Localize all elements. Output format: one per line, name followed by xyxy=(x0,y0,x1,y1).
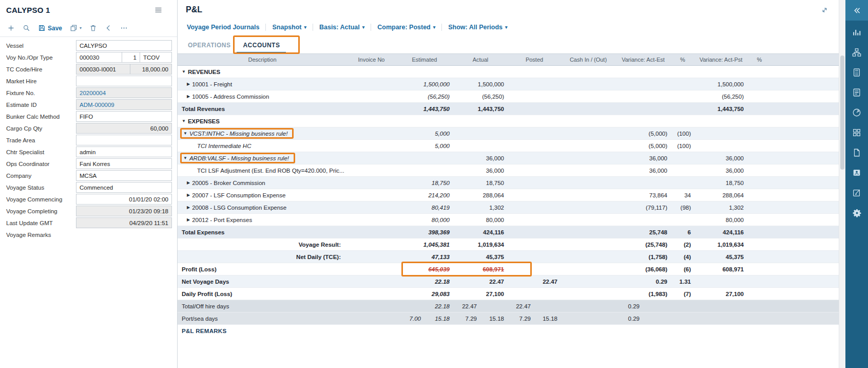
field-input[interactable]: 000030-I0001 xyxy=(76,64,130,75)
field-input[interactable]: 04/29/20 11:51 xyxy=(76,217,172,228)
new-button[interactable] xyxy=(4,23,18,33)
cell-var_est xyxy=(615,115,671,127)
column-header[interactable]: % xyxy=(671,54,695,65)
collapse-arrow-icon[interactable]: ▼ xyxy=(183,131,187,136)
column-header[interactable]: Variance: Act-Pst xyxy=(695,54,747,65)
field-input[interactable]: 60,000 xyxy=(76,123,172,134)
sidebar-grid-button[interactable] xyxy=(845,125,868,140)
save-button[interactable]: Save xyxy=(35,23,65,33)
table-row[interactable]: ▼VCST:INTHC - Missing business rule!5,00… xyxy=(178,127,839,140)
table-row[interactable]: Daily Profit (Loss)29,08327,100(1,983)(7… xyxy=(178,288,839,300)
field-input[interactable]: 01/23/20 09:18 xyxy=(76,206,172,216)
expand-arrow-icon[interactable]: ▶ xyxy=(187,180,190,185)
basis-dropdown[interactable]: Basis: Actual▾ xyxy=(313,24,371,31)
table-row[interactable]: ▼EXPENSES xyxy=(178,115,839,127)
field-input[interactable]: ADM-000009 xyxy=(76,99,172,110)
cell-pct1 xyxy=(671,66,695,78)
column-header[interactable]: % xyxy=(747,54,771,65)
table-row[interactable]: ▶20008 - LSG Consumption Expense80,4191,… xyxy=(178,201,839,214)
table-row[interactable]: Net Daily (TCE):47,13345,375(1,758)(4)45… xyxy=(178,251,839,263)
cell-pct1 xyxy=(671,90,695,102)
table-row[interactable]: Port/sea days7.0015.187.2915.187.2915.18… xyxy=(178,312,839,325)
tab-operations[interactable]: OPERATIONS xyxy=(182,38,237,53)
back-button[interactable] xyxy=(102,23,115,33)
table-row[interactable]: ▶10005 - Address Commission(56,250)(56,2… xyxy=(178,90,839,103)
cell-value: 45,375 xyxy=(726,254,744,260)
table-row[interactable]: ▼ARDB:VALSF - Missing business rule!36,0… xyxy=(178,152,839,164)
sidebar-gauge-button[interactable] xyxy=(845,105,868,120)
table-row[interactable]: P&L REMARKS xyxy=(178,325,839,337)
collapse-arrow-icon[interactable]: ▼ xyxy=(182,119,186,123)
expand-arrow-icon[interactable]: ▶ xyxy=(187,193,190,197)
column-header[interactable]: Actual xyxy=(453,54,508,65)
sidebar-document-button[interactable] xyxy=(845,145,868,160)
table-row[interactable]: ▼REVENUES xyxy=(178,66,839,78)
collapse-arrow-icon[interactable]: ▼ xyxy=(182,69,186,74)
field-input[interactable] xyxy=(76,76,172,86)
table-row[interactable]: Net Voyage Days22.1822.4722.470.291.31 xyxy=(178,275,839,288)
field-input[interactable]: 1 xyxy=(122,52,140,63)
collapse-arrow-icon[interactable]: ▼ xyxy=(183,156,187,160)
field-input[interactable] xyxy=(76,135,172,145)
expand-arrow-icon[interactable]: ▶ xyxy=(187,217,190,222)
tab-accounts[interactable]: ACCOUNTS xyxy=(237,38,286,53)
expand-arrow-icon[interactable]: ▶ xyxy=(187,94,190,99)
vertical-scrollbar[interactable] xyxy=(839,0,845,368)
table-row[interactable]: Profit (Loss)645,039608,971(36,068)(6)60… xyxy=(178,263,839,275)
sidebar-compose-button[interactable] xyxy=(845,185,868,200)
table-row[interactable]: ▶10001 - Freight1,500,0001,500,0001,500,… xyxy=(178,78,839,90)
sidebar-calculator-button[interactable] xyxy=(845,65,868,80)
description-text: TCI Intermediate HC xyxy=(197,143,251,149)
field-input[interactable]: 01/01/20 02:00 xyxy=(76,194,172,205)
column-header[interactable]: Estimated xyxy=(396,54,453,65)
voyage-period-journals-button[interactable]: Voyage Period Journals xyxy=(181,24,265,31)
field-input[interactable]: CALYPSO xyxy=(76,40,172,51)
field-input[interactable] xyxy=(76,229,172,240)
more-button[interactable] xyxy=(117,23,131,33)
sidebar-settings-button[interactable] xyxy=(845,205,868,220)
field-input[interactable]: Commenced xyxy=(76,182,172,193)
delete-button[interactable] xyxy=(86,23,100,33)
table-row[interactable]: TCI Intermediate HC5,000(5,000)(100) xyxy=(178,140,839,152)
popout-icon[interactable] xyxy=(821,6,828,14)
show-periods-dropdown[interactable]: Show: All Periods▾ xyxy=(441,24,513,31)
field-input[interactable]: MCSA xyxy=(76,170,172,181)
cell-pct1: (6) xyxy=(671,263,695,275)
copy-button[interactable]: ▾ xyxy=(67,23,85,33)
sidebar-chart-button[interactable] xyxy=(845,25,868,40)
column-header[interactable]: Description xyxy=(178,54,347,65)
field-input[interactable]: 18,000.00 xyxy=(130,64,172,75)
column-header[interactable]: Cash In / (Out) xyxy=(561,54,615,65)
search-button[interactable] xyxy=(20,23,33,33)
field-input[interactable]: 20200004 xyxy=(76,87,172,98)
compare-dropdown[interactable]: Compare: Posted▾ xyxy=(371,24,441,31)
field-input[interactable]: TCOV xyxy=(140,52,172,63)
field-input[interactable]: 000030 xyxy=(76,52,122,63)
column-header[interactable]: Posted xyxy=(508,54,561,65)
table-row[interactable]: TCI LSF Adjustment (Est. End ROB Qty=420… xyxy=(178,164,839,177)
description-text: ARDB:VALSF - Missing business rule! xyxy=(189,155,289,161)
field-input[interactable]: Fani Korres xyxy=(76,158,172,169)
table-row[interactable]: ▶20012 - Port Expenses80,00080,00080,000 xyxy=(178,214,839,226)
description-content: ▶20007 - LSF Consumption Expense xyxy=(182,192,285,198)
field-input[interactable]: FIFO xyxy=(76,111,172,122)
sidebar-form-button[interactable] xyxy=(845,85,868,100)
sidebar-contacts-button[interactable] xyxy=(845,165,868,180)
collapse-sidebar-button[interactable] xyxy=(845,0,868,21)
table-row[interactable]: Total Expenses398,369424,11625,7486424,1… xyxy=(178,226,839,238)
field-input[interactable]: admin xyxy=(76,146,172,157)
sidebar-hierarchy-button[interactable] xyxy=(845,45,868,60)
column-header[interactable]: Variance: Act-Est xyxy=(615,54,671,65)
snapshot-dropdown[interactable]: Snapshot▾ xyxy=(265,24,312,31)
expand-arrow-icon[interactable]: ▶ xyxy=(187,205,190,210)
scrollbar-thumb[interactable] xyxy=(840,56,844,170)
hamburger-menu-icon[interactable] xyxy=(154,6,163,14)
table-row[interactable]: Voyage Result:1,045,3811,019,634(25,748)… xyxy=(178,238,839,251)
table-row[interactable]: Total Revenues1,443,7501,443,7501,443,75… xyxy=(178,103,839,115)
column-header[interactable]: Invoice No xyxy=(347,54,396,65)
table-row[interactable]: ▶20005 - Broker Commission18,75018,75018… xyxy=(178,177,839,189)
table-row[interactable]: ▶20007 - LSF Consumption Expense214,2002… xyxy=(178,189,839,201)
expand-arrow-icon[interactable]: ▶ xyxy=(187,82,190,86)
cell-var_pst: 18,750 xyxy=(695,177,747,189)
table-row[interactable]: Total/Off hire days22.1822.4722.470.29 xyxy=(178,300,839,312)
